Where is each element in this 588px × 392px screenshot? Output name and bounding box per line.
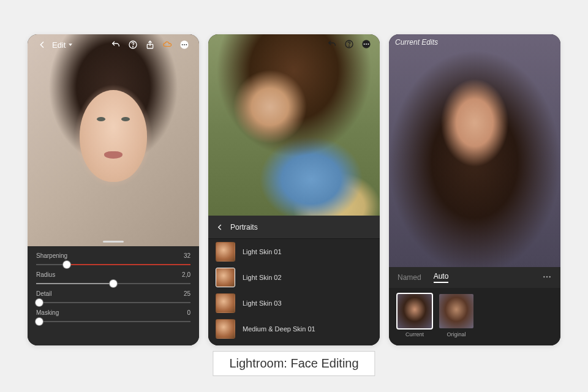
svg-point-12 [366,43,367,45]
tab-named[interactable]: Named [398,273,421,282]
slider-sharpening[interactable]: Sharpening 32 [36,252,190,270]
slider-detail[interactable]: Detail 25 [36,290,190,308]
svg-point-6 [184,44,185,45]
panel-drag-handle[interactable] [103,241,124,243]
version-thumbnail [439,294,473,328]
screen-detail-sliders: Edit [28,34,199,345]
slider-radius[interactable]: Radius 2,0 [36,271,190,289]
undo-icon[interactable] [109,38,123,51]
slider-label: Detail [36,290,52,297]
preset-thumbnail [216,319,235,339]
more-icon[interactable] [360,37,373,51]
screen-versions: Current Edits Named Auto Current Origina… [389,34,560,345]
version-current[interactable]: Current [398,294,432,337]
preset-thumbnail [216,242,235,262]
svg-point-9 [349,46,349,47]
more-icon[interactable] [542,272,552,284]
svg-point-16 [549,276,550,277]
svg-point-7 [186,44,187,45]
svg-marker-0 [69,43,72,46]
preview-image: Current Edits [389,34,560,267]
version-tabs: Named Auto [389,267,560,288]
svg-point-13 [368,43,369,45]
help-icon[interactable] [126,38,140,51]
svg-point-15 [546,276,548,277]
screen-presets: Portraits Light Skin 01 Light Skin 02 Li… [208,34,380,345]
svg-point-14 [543,276,545,277]
svg-point-2 [132,47,133,47]
preset-thumbnail [216,268,235,287]
slider-label: Masking [36,309,59,316]
slider-value: 2,0 [182,271,190,278]
preset-item[interactable]: Light Skin 03 [208,290,380,316]
current-edits-title: Current Edits [395,38,438,47]
svg-point-11 [364,43,365,45]
slider-masking[interactable]: Masking 0 [36,309,190,327]
undo-icon[interactable] [325,37,339,51]
preset-item[interactable]: Light Skin 02 [208,265,380,290]
version-thumbnail [398,294,432,328]
preview-image [208,34,380,216]
more-icon[interactable] [178,38,191,51]
preset-label: Light Skin 02 [243,274,282,281]
slider-label: Sharpening [36,252,67,259]
version-original[interactable]: Original [439,294,473,337]
share-icon[interactable] [143,38,157,51]
svg-point-5 [182,44,183,45]
preset-category-header[interactable]: Portraits [208,216,380,239]
slider-value: 32 [184,252,190,259]
preset-label: Medium & Deep Skin 01 [243,325,315,333]
edit-label: Edit [52,40,66,50]
preview-image: Edit [28,34,199,246]
tab-auto[interactable]: Auto [434,272,449,283]
category-label: Portraits [230,223,258,232]
version-label: Original [447,331,466,337]
detail-panel: Sharpening 32 Radius 2,0 Detail 25 [28,246,199,345]
back-icon[interactable] [36,38,49,51]
figure-caption: Lightroom: Face Editing [213,351,375,376]
chevron-left-icon [216,223,224,232]
slider-value: 25 [184,290,190,297]
preset-label: Light Skin 01 [243,248,282,255]
preset-thumbnail [216,293,235,313]
help-icon[interactable] [342,37,356,51]
slider-value: 0 [187,309,190,316]
cloud-sync-icon[interactable] [160,38,174,51]
edit-menu[interactable]: Edit [52,40,74,50]
slider-label: Radius [36,271,55,278]
version-strip[interactable]: Current Original [389,288,560,345]
preset-list[interactable]: Light Skin 01 Light Skin 02 Light Skin 0… [208,239,380,345]
version-label: Current [405,331,424,337]
preset-item[interactable]: Medium & Deep Skin 01 [208,316,380,342]
caption-text: Lightroom: Face Editing [229,356,358,370]
preset-label: Light Skin 03 [243,300,282,307]
preset-item[interactable]: Light Skin 01 [208,239,380,265]
